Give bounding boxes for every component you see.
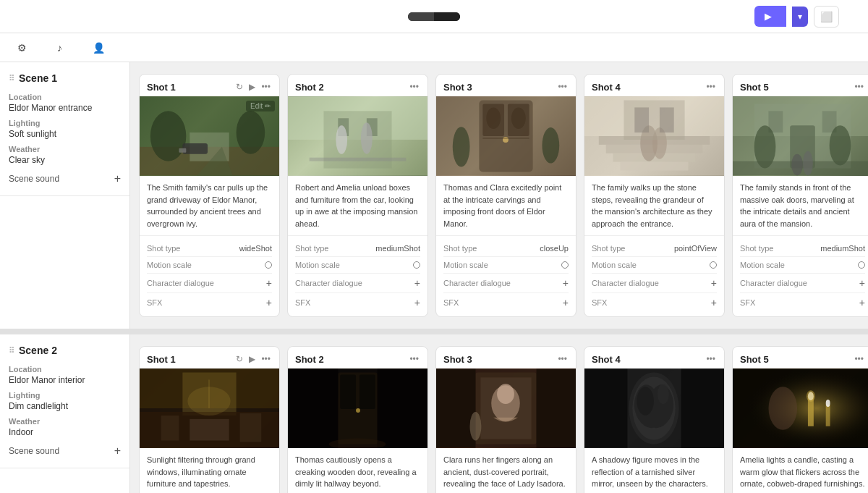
shot-icons: ••• xyxy=(705,80,717,93)
sfx-add-button[interactable]: + xyxy=(563,297,569,308)
more-icon-button[interactable]: ••• xyxy=(260,80,272,93)
sfx-add-button[interactable]: + xyxy=(711,297,717,308)
content-area: ⠿ Scene 1 Location Eldor Manor entrance … xyxy=(0,62,868,493)
shot-image xyxy=(288,368,427,448)
sfx-add-button[interactable]: + xyxy=(266,297,272,308)
header-center xyxy=(156,12,712,21)
shot-title: Shot 4 xyxy=(592,82,700,93)
more-icon-button[interactable]: ••• xyxy=(556,353,569,366)
svg-rect-69 xyxy=(436,369,475,448)
svg-rect-51 xyxy=(161,416,179,441)
layout-icon-button[interactable]: ⬜ xyxy=(814,6,839,28)
motion-scale-circle xyxy=(710,261,717,269)
svg-rect-34 xyxy=(634,107,649,132)
shot-card-s2-1: Shot 1 ↻▶ ••• Sunlight filter xyxy=(139,346,280,493)
svg-point-45 xyxy=(791,154,803,176)
dialogue-row: Character dialogue + xyxy=(740,274,865,293)
scene-sound-add-button[interactable]: + xyxy=(114,172,121,185)
toolbar-music[interactable]: ♪ xyxy=(51,39,72,56)
dialogue-add-button[interactable]: + xyxy=(563,277,569,289)
more-icon-button[interactable]: ••• xyxy=(408,80,420,93)
more-icon-button[interactable]: ••• xyxy=(705,80,717,93)
preview-export-button[interactable]: ▶ xyxy=(754,6,786,27)
motion-scale-circle xyxy=(858,261,865,269)
toolbar-characters[interactable]: 👤 xyxy=(87,39,115,56)
more-icon-button[interactable]: ••• xyxy=(705,353,717,366)
more-icon-button[interactable]: ••• xyxy=(260,353,272,366)
shot-type-label: Shot type xyxy=(147,244,180,253)
shot-icons: ↻▶ ••• xyxy=(234,80,272,93)
sfx-label: SFX xyxy=(295,298,310,307)
shot-type-label: Shot type xyxy=(592,244,625,253)
undo-button[interactable] xyxy=(839,45,845,51)
shot-image: Edit ✏ xyxy=(140,96,279,176)
play-icon: ▶ xyxy=(765,11,772,22)
toolbar-settings[interactable]: ⚙ xyxy=(12,39,37,56)
redo-button[interactable] xyxy=(851,45,856,51)
play-icon-button[interactable]: ▶ xyxy=(247,353,257,366)
dialogue-add-button[interactable]: + xyxy=(711,277,717,289)
header-left xyxy=(12,14,156,20)
shot-type-row: Shot type pointOfView xyxy=(592,240,717,257)
refresh-icon-button[interactable]: ↻ xyxy=(234,80,244,93)
sfx-add-button[interactable]: + xyxy=(414,297,420,308)
shot-type-value: mediumShot xyxy=(375,244,420,253)
sidebar-scene-1: ⠿ Scene 1 Location Eldor Manor entrance … xyxy=(0,62,130,329)
shot-header: Shot 1 ↻▶ ••• xyxy=(140,347,279,368)
scene-sound-add-button[interactable]: + xyxy=(114,444,121,458)
svg-point-71 xyxy=(470,412,482,441)
menu-button[interactable] xyxy=(845,14,856,20)
shots-grid-scene-2: Shot 1 ↻▶ ••• Sunlight filter xyxy=(139,346,859,493)
shot-header: Shot 2 ••• xyxy=(288,75,427,96)
shot-icons: ••• xyxy=(408,80,420,93)
shot-icons: ••• xyxy=(556,353,569,366)
shots-grid-scene-1: Shot 1 ↻▶ ••• Edit ✏ The Smith family's xyxy=(139,74,859,317)
shot-image xyxy=(584,96,724,176)
refresh-icon-button[interactable]: ↻ xyxy=(234,353,244,366)
tab-storyboard[interactable] xyxy=(408,12,434,21)
shot-title: Shot 5 xyxy=(740,354,848,365)
shot-image xyxy=(733,368,868,448)
motion-scale-row: Motion scale xyxy=(295,257,420,274)
shot-header: Shot 1 ↻▶ ••• xyxy=(140,75,279,96)
shot-description: The family stands in front of the massiv… xyxy=(733,176,868,236)
svg-point-3 xyxy=(237,111,265,153)
dialogue-row: Character dialogue + xyxy=(147,274,272,293)
svg-rect-80 xyxy=(733,369,868,448)
more-icon-button[interactable]: ••• xyxy=(408,353,420,366)
dialogue-add-button[interactable]: + xyxy=(859,277,865,289)
svg-rect-59 xyxy=(359,374,375,409)
shot-title: Shot 5 xyxy=(740,82,848,93)
motion-scale-label: Motion scale xyxy=(740,261,785,269)
shot-icons: ••• xyxy=(853,80,865,93)
dialogue-row: Character dialogue + xyxy=(592,274,717,293)
more-icon-button[interactable]: ••• xyxy=(853,353,865,366)
characters-icon: 👤 xyxy=(93,42,105,54)
shot-card-s1-4: Shot 4 ••• xyxy=(584,74,725,317)
shot-icons: ↻▶ ••• xyxy=(234,353,272,366)
lighting-value: Soft sunlight xyxy=(9,129,121,139)
toolbar: ⚙ ♪ 👤 xyxy=(0,33,868,62)
weather-value: Indoor xyxy=(9,427,121,437)
dialogue-add-button[interactable]: + xyxy=(266,277,272,289)
shot-type-value: pointOfView xyxy=(674,244,717,253)
shot-card-s2-5: Shot 5 ••• xyxy=(732,346,868,493)
shot-type-value: closeUp xyxy=(540,244,569,253)
shot-type-row: Shot type mediumShot xyxy=(295,240,420,257)
toolbar-right xyxy=(839,45,856,51)
sidebar-scene-2: ⠿ Scene 2 Location Eldor Manor interior … xyxy=(0,334,130,493)
tab-group xyxy=(408,12,460,21)
scene-1-row: ⠿ Scene 1 Location Eldor Manor entrance … xyxy=(0,62,868,334)
play-icon-button[interactable]: ▶ xyxy=(247,80,257,93)
tab-shot-editor[interactable] xyxy=(434,12,460,21)
more-icon-button[interactable]: ••• xyxy=(853,80,865,93)
back-button[interactable] xyxy=(12,14,17,20)
shot-image xyxy=(584,368,724,448)
shot-card-s2-3: Shot 3 ••• Clara runs her fi xyxy=(435,346,576,493)
svg-rect-77 xyxy=(584,369,627,448)
more-icon-button[interactable]: ••• xyxy=(556,80,569,93)
sfx-label: SFX xyxy=(443,298,459,307)
dialogue-add-button[interactable]: + xyxy=(414,277,420,289)
preview-caret-button[interactable]: ▾ xyxy=(792,7,808,27)
sfx-add-button[interactable]: + xyxy=(859,297,865,308)
